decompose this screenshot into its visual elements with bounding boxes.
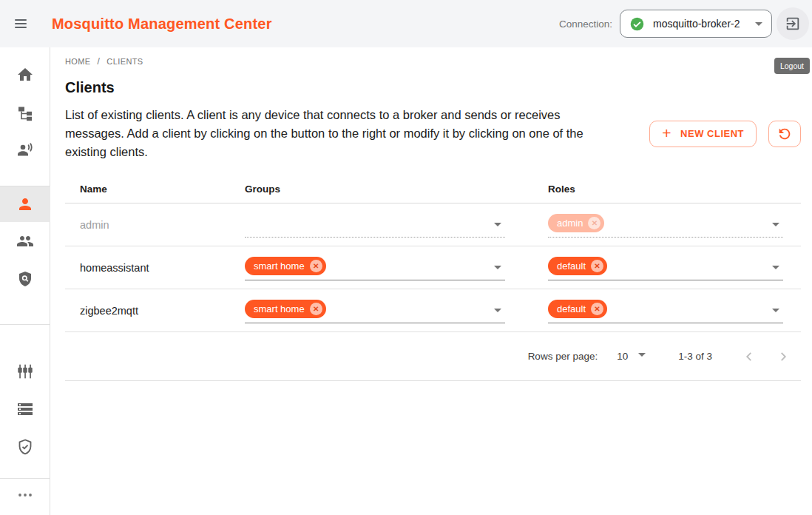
next-page-button[interactable] (770, 343, 796, 370)
page-actions: + NEW CLIENT (649, 121, 801, 147)
client-name: admin (65, 219, 245, 231)
table-row-admin[interactable]: admin admin ✕ (65, 203, 801, 246)
more-horizontal-icon (16, 486, 34, 504)
client-name: zigbee2mqtt (65, 305, 245, 317)
previous-page-button[interactable] (736, 343, 762, 370)
rows-per-page-label: Rows per page: (528, 351, 598, 362)
chip-delete-icon[interactable]: ✕ (591, 260, 603, 272)
page-description: List of existing clients. A client is an… (65, 106, 612, 161)
sidebar-item-settings[interactable] (0, 352, 50, 390)
breadcrumb-separator: / (98, 56, 101, 67)
groups-select[interactable]: smart home ✕ (245, 297, 505, 323)
connection-label: Connection: (559, 18, 612, 30)
sidebar-item-connections[interactable] (0, 131, 50, 169)
groups-select[interactable]: smart home ✕ (245, 255, 505, 280)
app-header: Mosquitto Management Center Connection: … (0, 0, 812, 47)
sidebar-item-roles[interactable] (0, 260, 50, 297)
chip-delete-icon[interactable]: ✕ (310, 260, 322, 272)
chevron-down-icon (772, 309, 779, 312)
sidebar-item-streams[interactable] (0, 390, 50, 428)
chevron-down-icon (772, 266, 779, 269)
home-icon (16, 66, 34, 84)
refresh-button[interactable] (768, 121, 801, 147)
roles-select[interactable]: default ✕ (548, 297, 783, 323)
table-pagination: Rows per page: 10 1-3 of 3 (65, 332, 801, 381)
chevron-down-icon (494, 223, 501, 226)
policy-icon (16, 270, 34, 288)
column-header-name: Name (65, 184, 245, 195)
new-client-button[interactable]: + NEW CLIENT (649, 121, 757, 147)
chip-label: smart home (254, 303, 305, 314)
chip-delete-icon: ✕ (588, 217, 600, 229)
clients-table: Name Groups Roles admin admin ✕ (65, 184, 801, 381)
groups-select[interactable] (245, 212, 505, 238)
new-client-label: NEW CLIENT (680, 128, 744, 139)
chip-delete-icon[interactable]: ✕ (591, 303, 603, 315)
roles-select[interactable]: default ✕ (548, 255, 783, 280)
page-title: Clients (65, 79, 801, 96)
connection-select[interactable]: mosquitto-broker-2 (620, 10, 772, 38)
main-content: HOME / CLIENTS Clients List of existing … (50, 47, 812, 515)
rows-per-page-select[interactable]: 10 (617, 351, 646, 362)
sidebar-item-home[interactable] (0, 55, 50, 93)
exit-to-app-icon (785, 16, 801, 32)
role-chip: admin ✕ (548, 214, 604, 232)
chip-label: admin (557, 218, 583, 229)
pagination-range: 1-3 of 3 (678, 351, 712, 362)
sidebar-divider (0, 324, 50, 325)
chevron-left-icon (741, 349, 757, 365)
plus-icon: + (662, 125, 671, 141)
menu-icon[interactable] (12, 15, 30, 33)
sidebar-item-groups[interactable] (0, 222, 50, 260)
check-circle-icon (629, 16, 645, 32)
record-voice-over-icon (16, 141, 34, 159)
chip-label: default (557, 260, 586, 272)
breadcrumb-clients: CLIENTS (106, 57, 143, 66)
refresh-icon (777, 126, 793, 142)
chevron-down-icon (755, 22, 762, 26)
sidebar-item-more[interactable] (0, 479, 50, 511)
breadcrumb: HOME / CLIENTS (65, 56, 801, 67)
chip-label: smart home (254, 260, 305, 272)
schema-icon (16, 104, 34, 121)
connection-value: mosquitto-broker-2 (653, 18, 755, 30)
sidebar-item-topology[interactable] (0, 93, 50, 131)
sidebar-item-clients[interactable] (0, 186, 50, 222)
sidebar (0, 47, 50, 515)
breadcrumb-home[interactable]: HOME (65, 57, 91, 66)
chevron-down-icon (772, 223, 779, 226)
connection-group: Connection: mosquitto-broker-2 (559, 7, 809, 40)
chip-label: default (557, 303, 586, 314)
verified-user-icon (16, 438, 34, 456)
chip-delete-icon[interactable]: ✕ (310, 303, 322, 315)
table-header: Name Groups Roles (65, 184, 801, 203)
settings-input-icon (16, 363, 34, 380)
roles-select[interactable]: admin ✕ (548, 212, 783, 238)
person-icon (16, 195, 34, 213)
table-row-zigbee2mqtt[interactable]: zigbee2mqtt smart home ✕ default ✕ (65, 289, 801, 332)
role-chip[interactable]: default ✕ (548, 300, 607, 318)
app-title: Mosquitto Management Center (52, 16, 272, 33)
client-name: homeassistant (65, 262, 245, 274)
column-header-roles: Roles (548, 184, 801, 195)
chevron-down-icon (494, 309, 501, 312)
storage-icon (16, 400, 34, 418)
group-chip[interactable]: smart home ✕ (245, 300, 326, 318)
chevron-right-icon (775, 349, 791, 365)
rows-per-page-value: 10 (617, 351, 628, 362)
logout-button[interactable] (777, 7, 809, 40)
column-header-groups: Groups (245, 184, 548, 195)
role-chip[interactable]: default ✕ (548, 257, 607, 275)
people-icon (16, 232, 34, 250)
chevron-down-icon (638, 353, 646, 357)
sidebar-item-security[interactable] (0, 428, 50, 465)
logout-tooltip: Logout (774, 58, 810, 74)
table-row-homeassistant[interactable]: homeassistant smart home ✕ default ✕ (65, 246, 801, 289)
group-chip[interactable]: smart home ✕ (245, 257, 326, 275)
chevron-down-icon (494, 266, 501, 269)
